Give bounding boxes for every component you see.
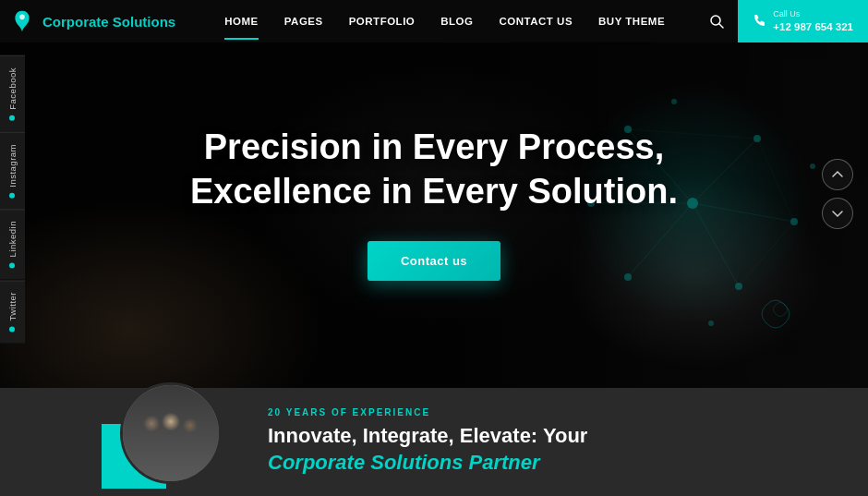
instagram-icon <box>10 192 16 198</box>
call-text: Call Us +12 987 654 321 <box>773 8 853 35</box>
svg-point-17 <box>735 283 742 290</box>
social-instagram[interactable]: Instagram <box>0 132 25 210</box>
bottom-text-area: 20 YEARS OF EXPERIENCE Innovate, Integra… <box>268 407 840 476</box>
nav-contact[interactable]: CONTACT US <box>500 16 573 27</box>
linkedin-icon <box>10 263 16 269</box>
header-right: Call Us +12 987 654 321 <box>695 0 868 42</box>
chevron-down-icon <box>832 208 843 219</box>
svg-point-15 <box>753 135 761 142</box>
logo-area[interactable]: Corporate Solutions <box>9 8 194 34</box>
phone-svg <box>753 14 766 27</box>
main-nav: HOME PAGES PORTFOLIO BLOG CONTACT US BUY… <box>224 16 665 27</box>
phone-icon <box>753 14 766 30</box>
linkedin-label: Linkedin <box>7 221 18 257</box>
logo-text: Corporate Solutions <box>42 14 175 30</box>
bottom-section: 20 YEARS OF EXPERIENCE Innovate, Integra… <box>0 388 868 496</box>
logo-icon <box>9 8 35 34</box>
search-button[interactable] <box>695 0 738 42</box>
next-slide-button[interactable] <box>822 198 853 229</box>
svg-point-22 <box>708 321 714 326</box>
svg-point-21 <box>810 163 815 169</box>
social-linkedin[interactable]: Linkedin <box>0 209 25 279</box>
innovate-headline: Innovate, Integrate, Elevate: Your Corpo… <box>268 423 840 476</box>
call-number: +12 987 654 321 <box>773 19 853 34</box>
call-button[interactable]: Call Us +12 987 654 321 <box>738 0 868 42</box>
facebook-icon <box>10 115 16 121</box>
nav-buy-theme[interactable]: BUY THEME <box>598 16 665 27</box>
slide-nav-arrows <box>822 159 853 229</box>
social-twitter[interactable]: Twitter <box>0 280 25 343</box>
bottom-image-area <box>102 396 231 489</box>
chevron-up-icon <box>832 169 843 180</box>
svg-point-0 <box>19 15 25 20</box>
instagram-label: Instagram <box>7 144 18 188</box>
experience-label: 20 YEARS OF EXPERIENCE <box>268 407 840 417</box>
svg-line-2 <box>719 24 723 28</box>
contact-us-button[interactable]: Contact us <box>368 241 500 281</box>
twitter-label: Twitter <box>7 292 18 321</box>
headline-line2: Corporate Solutions Partner <box>268 451 540 474</box>
prev-slide-button[interactable] <box>822 159 853 190</box>
nav-pages[interactable]: PAGES <box>284 16 323 27</box>
svg-point-20 <box>671 99 677 104</box>
social-sidebar: Facebook Instagram Linkedin Twitter <box>0 55 25 343</box>
call-label: Call Us <box>773 8 853 20</box>
team-photo <box>120 382 222 484</box>
svg-point-16 <box>790 218 798 225</box>
facebook-label: Facebook <box>7 67 18 110</box>
hero-content: Precision in Every Process, Excellence i… <box>157 126 711 281</box>
social-facebook[interactable]: Facebook <box>0 55 25 132</box>
nav-blog[interactable]: BLOG <box>440 16 473 27</box>
headline-line1: Innovate, Integrate, Elevate: Your <box>268 424 587 447</box>
twitter-icon <box>10 326 16 332</box>
hero-headline: Precision in Every Process, Excellence i… <box>157 126 711 213</box>
search-icon <box>709 14 724 29</box>
hero-section: Facebook Instagram Linkedin Twitter Prec… <box>0 0 868 388</box>
header: Corporate Solutions HOME PAGES PORTFOLIO… <box>0 0 868 42</box>
nav-portfolio[interactable]: PORTFOLIO <box>349 16 416 27</box>
nav-home[interactable]: HOME <box>224 16 259 27</box>
